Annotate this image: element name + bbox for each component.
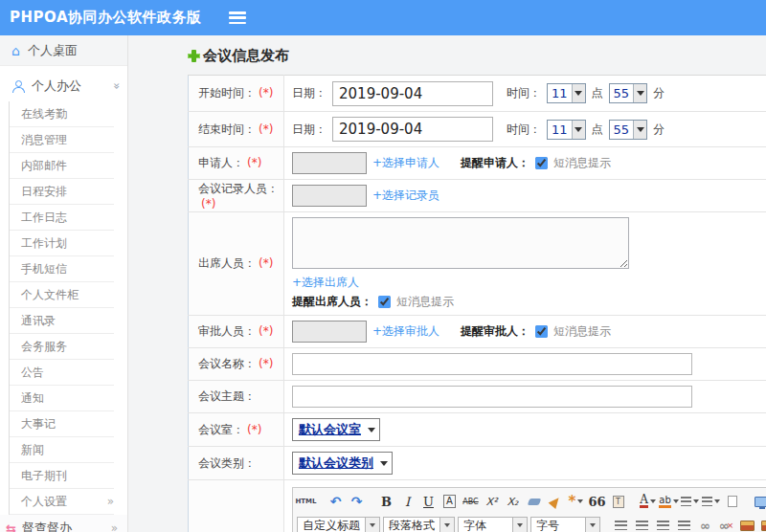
chevron-down-icon [633,84,646,102]
attendees-textarea[interactable] [292,217,629,269]
meeting-name-input[interactable] [292,353,692,375]
chevron-down-icon [380,461,388,466]
field-label: 申请人： [198,156,244,169]
start-hour-select[interactable]: 11 [547,83,586,103]
align-right-icon[interactable] [654,517,672,532]
table-row: 会议室：(*) 默认会议室 [189,413,766,447]
insert-link-icon[interactable]: ∞ [696,517,714,532]
meeting-subject-input[interactable] [292,386,692,408]
sidebar-item-announcement[interactable]: 公告 [10,360,114,386]
sidebar-item-file-cabinet[interactable]: 个人文件柜 [10,282,114,308]
paste-icon[interactable]: T [609,493,627,510]
blockquote-button[interactable]: 66 [588,493,606,510]
sidebar-item-contacts[interactable]: 通讯录 [10,308,114,334]
sidebar-item-news[interactable]: 新闻 [10,437,114,463]
redo-icon[interactable]: ↷ [348,493,366,510]
subscript-button[interactable]: X₂ [504,493,522,510]
meeting-category-select[interactable]: 默认会议类别 [292,452,393,475]
required-mark: (*) [247,156,261,169]
auto-format-icon[interactable]: * [567,493,585,510]
paragraph-format-dropdown[interactable]: 段落格式 [383,517,455,532]
sidebar-item-schedule[interactable]: 日程安排 [10,179,114,205]
highlight-color-button[interactable]: ab [660,493,678,510]
menu-icon[interactable] [229,11,246,24]
sms-remind-text: 短消息提示 [396,294,454,310]
custom-heading-dropdown[interactable]: 自定义标题 [297,517,380,532]
sms-remind-text: 短消息提示 [553,323,611,340]
field-label: 会议名称： [198,357,256,370]
eraser-icon[interactable] [525,493,543,510]
ordered-list-button[interactable] [681,493,699,510]
bold-button[interactable]: B [377,493,395,510]
align-left-icon[interactable] [612,517,630,532]
sidebar-item-supervision[interactable]: ⇆ 督查督办 » [0,515,127,532]
chevron-down-icon [633,121,646,139]
end-minute-select[interactable]: 55 [609,120,648,140]
date-label: 日期： [292,122,327,138]
choose-approver-link[interactable]: +选择审批人 [372,323,439,340]
undo-icon[interactable]: ↶ [327,493,345,510]
sidebar-item-work-plan[interactable]: 工作计划 [10,231,114,256]
table-row: 会议名称：(*) [189,348,766,381]
superscript-button[interactable]: X² [483,493,501,510]
font-color-button[interactable]: A [639,493,657,510]
field-label: 审批人员： [198,324,256,338]
required-mark: (*) [259,324,273,338]
font-family-dropdown[interactable]: 字体 [458,517,528,532]
applicant-input[interactable] [292,152,367,174]
fullscreen-icon[interactable] [753,493,766,510]
italic-button[interactable]: I [398,493,417,510]
sidebar-item-notice[interactable]: 通知 [10,386,114,411]
approver-input[interactable] [292,321,367,343]
page-title: 会议信息发布 [188,47,766,65]
end-hour-select[interactable]: 11 [547,120,586,140]
insert-image-icon[interactable] [738,517,756,532]
sidebar-item-sms[interactable]: 手机短信 [10,256,114,282]
new-page-icon[interactable] [723,493,741,510]
choose-recorder-link[interactable]: +选择记录员 [372,188,439,204]
start-minute-select[interactable]: 55 [609,83,648,103]
underline-button[interactable]: U [419,493,438,510]
end-date-input[interactable] [332,117,493,142]
sidebar-item-desktop[interactable]: ⌂ 个人桌面 [0,35,127,66]
required-mark: (*) [247,423,261,436]
table-row: HTML ↶ ↷ B I U A ABC X² [189,480,766,532]
html-source-button[interactable]: HTML [297,493,315,510]
rich-text-editor: HTML ↶ ↷ B I U A ABC X² [292,487,766,532]
font-style-button[interactable]: A [443,495,456,508]
field-label: 会议记录人员： [198,182,279,195]
sidebar-item-settings[interactable]: 个人设置 » [10,489,114,515]
meeting-form: 开始时间：(*) 日期： 时间： 11 点 55 分 结束时间：(*) 日期： … [188,75,766,532]
sidebar-item-e-journal[interactable]: 电子期刊 [10,463,114,489]
sidebar-item-internal-mail[interactable]: 内部邮件 [10,153,114,179]
start-date-input[interactable] [332,81,493,106]
sidebar-item-personal-office[interactable]: 个人办公 » [0,71,127,101]
strikethrough-button[interactable]: ABC [462,493,480,510]
choose-applicant-link[interactable]: +选择申请人 [372,155,439,171]
sidebar-item-messages[interactable]: 消息管理 [10,127,114,153]
add-icon [188,50,200,62]
field-label: 开始时间： [198,86,256,100]
remind-label: 提醒审批人： [461,323,529,340]
chevron-down-icon [572,121,585,139]
sidebar-item-attendance[interactable]: 在线考勤 [10,101,114,127]
font-size-dropdown[interactable]: 字号 [530,517,600,532]
required-mark: (*) [259,86,273,100]
unordered-list-button[interactable] [702,493,720,510]
approver-sms-checkbox[interactable] [535,325,548,338]
home-icon: ⌂ [11,44,20,57]
meeting-room-select[interactable]: 默认会议室 [292,418,380,441]
attendees-sms-checkbox[interactable] [378,296,391,308]
recorder-input[interactable] [292,185,367,207]
format-brush-icon[interactable] [546,493,564,510]
upload-image-icon[interactable] [759,517,766,532]
choose-attendees-link[interactable]: +选择出席人 [292,276,359,289]
applicant-sms-checkbox[interactable] [535,157,548,169]
sidebar-item-memorabilia[interactable]: 大事记 [10,411,114,437]
align-center-icon[interactable] [633,517,651,532]
sidebar-item-work-log[interactable]: 工作日志 [10,205,114,231]
table-row: 结束时间：(*) 日期： 时间： 11 点 55 分 [189,112,766,147]
align-justify-icon[interactable] [675,517,693,532]
remove-link-icon[interactable]: ∞× [717,517,735,532]
sidebar-item-meeting-service[interactable]: 会务服务 [10,334,114,360]
